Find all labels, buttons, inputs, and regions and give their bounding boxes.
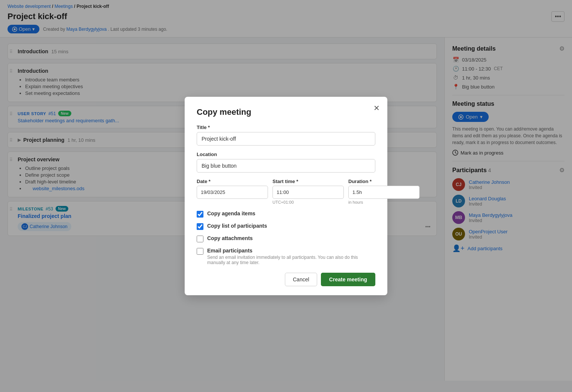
start-time-input[interactable] [272,186,344,199]
copy-meeting-modal: Copy meeting ✕ Title * Location Date * S… [185,97,387,295]
duration-input[interactable] [348,186,420,199]
modal-title: Copy meeting [197,107,375,117]
date-label: Date * [197,179,268,184]
title-label: Title * [197,125,375,130]
title-input[interactable] [197,132,375,146]
duration-field-group: Duration * in hours [348,179,420,204]
modal-actions: Cancel Create meeting [197,273,375,286]
duration-label: Duration * [348,179,420,184]
email-participants-row: Email participants Send an email invitat… [197,248,375,265]
copy-attachments-label[interactable]: Copy attachments [207,235,253,241]
copy-participants-row: Copy list of participants [197,223,375,230]
cancel-button[interactable]: Cancel [285,273,317,286]
copy-agenda-label[interactable]: Copy agenda items [207,210,255,216]
modal-overlay[interactable]: Copy meeting ✕ Title * Location Date * S… [0,0,572,381]
copy-agenda-row: Copy agenda items [197,210,375,218]
date-input[interactable] [197,186,268,199]
email-participants-desc: Send an email invitation immediately to … [207,255,375,265]
start-time-label: Start time * [272,179,344,184]
email-participants-label[interactable]: Email participants [207,248,253,254]
copy-attachments-checkbox[interactable] [197,236,203,242]
duration-sub: in hours [348,200,420,204]
timezone-sub: UTC+01:00 [272,200,344,204]
copy-attachments-row: Copy attachments [197,235,375,242]
copy-participants-checkbox[interactable] [197,223,203,230]
date-field-group: Date * [197,179,268,204]
copy-participants-label[interactable]: Copy list of participants [207,223,267,229]
start-time-field-group: Start time * UTC+01:00 [272,179,344,204]
create-meeting-button[interactable]: Create meeting [321,273,375,286]
email-participants-checkbox[interactable] [197,248,203,255]
copy-agenda-checkbox[interactable] [197,211,203,218]
location-input[interactable] [197,159,375,173]
modal-close-button[interactable]: ✕ [373,104,380,113]
location-label: Location [197,152,375,157]
